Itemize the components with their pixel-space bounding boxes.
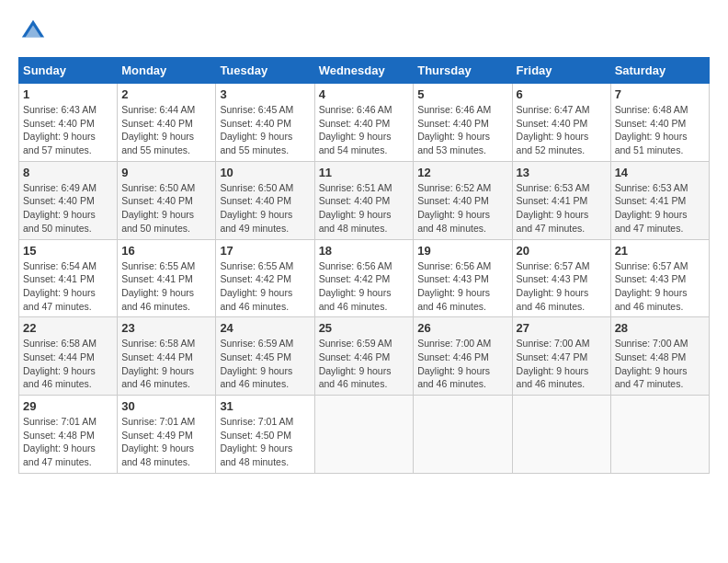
calendar-table: SundayMondayTuesdayWednesdayThursdayFrid… xyxy=(18,57,710,474)
day-number: 9 xyxy=(121,166,211,179)
calendar-header-row: SundayMondayTuesdayWednesdayThursdayFrid… xyxy=(19,58,710,84)
calendar-cell: 26Sunrise: 7:00 AM Sunset: 4:46 PM Dayli… xyxy=(414,317,512,396)
day-number: 13 xyxy=(517,166,607,179)
day-number: 25 xyxy=(319,321,410,335)
calendar-body: 1Sunrise: 6:43 AM Sunset: 4:40 PM Daylig… xyxy=(19,84,710,474)
day-info: Sunrise: 6:59 AM Sunset: 4:46 PM Dayligh… xyxy=(319,337,410,391)
day-number: 19 xyxy=(417,244,507,258)
day-number: 30 xyxy=(121,399,211,413)
day-info: Sunrise: 6:53 AM Sunset: 4:41 PM Dayligh… xyxy=(517,181,607,236)
day-number: 12 xyxy=(417,166,507,179)
calendar-cell: 5Sunrise: 6:46 AM Sunset: 4:40 PM Daylig… xyxy=(414,84,512,162)
day-info: Sunrise: 6:57 AM Sunset: 4:43 PM Dayligh… xyxy=(615,259,705,314)
day-number: 15 xyxy=(23,244,113,258)
calendar-week-3: 15Sunrise: 6:54 AM Sunset: 4:41 PM Dayli… xyxy=(19,239,710,317)
day-info: Sunrise: 7:00 AM Sunset: 4:46 PM Dayligh… xyxy=(417,337,507,391)
day-info: Sunrise: 6:49 AM Sunset: 4:40 PM Dayligh… xyxy=(23,181,113,236)
day-info: Sunrise: 6:58 AM Sunset: 4:44 PM Dayligh… xyxy=(23,337,113,391)
day-info: Sunrise: 7:01 AM Sunset: 4:50 PM Dayligh… xyxy=(220,415,310,469)
calendar-cell: 3Sunrise: 6:45 AM Sunset: 4:40 PM Daylig… xyxy=(216,84,314,162)
day-number: 20 xyxy=(517,244,607,258)
calendar-cell: 25Sunrise: 6:59 AM Sunset: 4:46 PM Dayli… xyxy=(314,317,414,396)
calendar-cell xyxy=(610,396,709,474)
calendar-week-4: 22Sunrise: 6:58 AM Sunset: 4:44 PM Dayli… xyxy=(19,317,710,396)
day-info: Sunrise: 6:43 AM Sunset: 4:40 PM Dayligh… xyxy=(23,103,113,157)
day-number: 5 xyxy=(417,87,507,101)
day-number: 4 xyxy=(319,87,410,101)
day-number: 27 xyxy=(517,321,607,335)
page-header xyxy=(18,18,710,48)
day-header-wednesday: Wednesday xyxy=(314,58,414,84)
day-header-sunday: Sunday xyxy=(19,58,118,84)
day-number: 8 xyxy=(23,166,113,179)
calendar-week-2: 8Sunrise: 6:49 AM Sunset: 4:40 PM Daylig… xyxy=(19,161,710,239)
logo-icon xyxy=(20,18,46,44)
calendar-cell xyxy=(512,396,610,474)
day-number: 21 xyxy=(615,244,705,258)
day-info: Sunrise: 7:00 AM Sunset: 4:48 PM Dayligh… xyxy=(615,337,705,391)
day-number: 1 xyxy=(23,87,113,101)
calendar-cell: 19Sunrise: 6:56 AM Sunset: 4:43 PM Dayli… xyxy=(414,239,512,317)
day-info: Sunrise: 6:46 AM Sunset: 4:40 PM Dayligh… xyxy=(417,103,507,157)
calendar-cell xyxy=(314,396,414,474)
day-number: 14 xyxy=(615,166,705,179)
calendar-week-5: 29Sunrise: 7:01 AM Sunset: 4:48 PM Dayli… xyxy=(19,396,710,474)
day-number: 24 xyxy=(220,321,310,335)
day-header-friday: Friday xyxy=(512,58,610,84)
day-info: Sunrise: 6:55 AM Sunset: 4:42 PM Dayligh… xyxy=(220,259,310,314)
day-info: Sunrise: 6:57 AM Sunset: 4:43 PM Dayligh… xyxy=(517,259,607,314)
calendar-cell xyxy=(414,396,512,474)
calendar-cell: 22Sunrise: 6:58 AM Sunset: 4:44 PM Dayli… xyxy=(19,317,118,396)
day-number: 17 xyxy=(220,244,310,258)
calendar-cell: 4Sunrise: 6:46 AM Sunset: 4:40 PM Daylig… xyxy=(314,84,414,162)
calendar-cell: 2Sunrise: 6:44 AM Sunset: 4:40 PM Daylig… xyxy=(118,84,216,162)
day-info: Sunrise: 6:46 AM Sunset: 4:40 PM Dayligh… xyxy=(319,103,410,157)
day-info: Sunrise: 6:48 AM Sunset: 4:40 PM Dayligh… xyxy=(615,103,705,157)
day-info: Sunrise: 6:56 AM Sunset: 4:43 PM Dayligh… xyxy=(417,259,507,314)
day-info: Sunrise: 6:56 AM Sunset: 4:42 PM Dayligh… xyxy=(319,259,410,314)
day-number: 2 xyxy=(121,87,211,101)
day-info: Sunrise: 6:44 AM Sunset: 4:40 PM Dayligh… xyxy=(121,103,211,157)
day-number: 10 xyxy=(220,166,310,179)
day-info: Sunrise: 6:54 AM Sunset: 4:41 PM Dayligh… xyxy=(23,259,113,314)
calendar-cell: 12Sunrise: 6:52 AM Sunset: 4:40 PM Dayli… xyxy=(414,161,512,239)
calendar-cell: 8Sunrise: 6:49 AM Sunset: 4:40 PM Daylig… xyxy=(19,161,118,239)
calendar-week-1: 1Sunrise: 6:43 AM Sunset: 4:40 PM Daylig… xyxy=(19,84,710,162)
day-number: 28 xyxy=(615,321,705,335)
calendar-cell: 23Sunrise: 6:58 AM Sunset: 4:44 PM Dayli… xyxy=(118,317,216,396)
calendar-cell: 11Sunrise: 6:51 AM Sunset: 4:40 PM Dayli… xyxy=(314,161,414,239)
day-number: 31 xyxy=(220,399,310,413)
day-info: Sunrise: 6:51 AM Sunset: 4:40 PM Dayligh… xyxy=(319,181,410,236)
day-header-tuesday: Tuesday xyxy=(216,58,314,84)
day-info: Sunrise: 6:50 AM Sunset: 4:40 PM Dayligh… xyxy=(121,181,211,236)
day-number: 22 xyxy=(23,321,113,335)
day-number: 6 xyxy=(517,87,607,101)
day-info: Sunrise: 6:50 AM Sunset: 4:40 PM Dayligh… xyxy=(220,181,310,236)
calendar-cell: 21Sunrise: 6:57 AM Sunset: 4:43 PM Dayli… xyxy=(610,239,709,317)
day-number: 23 xyxy=(121,321,211,335)
day-info: Sunrise: 6:52 AM Sunset: 4:40 PM Dayligh… xyxy=(417,181,507,236)
day-number: 18 xyxy=(319,244,410,258)
day-info: Sunrise: 7:01 AM Sunset: 4:48 PM Dayligh… xyxy=(23,415,113,469)
day-info: Sunrise: 7:01 AM Sunset: 4:49 PM Dayligh… xyxy=(121,415,211,469)
day-info: Sunrise: 6:45 AM Sunset: 4:40 PM Dayligh… xyxy=(220,103,310,157)
day-info: Sunrise: 6:58 AM Sunset: 4:44 PM Dayligh… xyxy=(121,337,211,391)
calendar-cell: 9Sunrise: 6:50 AM Sunset: 4:40 PM Daylig… xyxy=(118,161,216,239)
calendar-cell: 16Sunrise: 6:55 AM Sunset: 4:41 PM Dayli… xyxy=(118,239,216,317)
calendar-cell: 10Sunrise: 6:50 AM Sunset: 4:40 PM Dayli… xyxy=(216,161,314,239)
calendar-cell: 13Sunrise: 6:53 AM Sunset: 4:41 PM Dayli… xyxy=(512,161,610,239)
calendar-cell: 6Sunrise: 6:47 AM Sunset: 4:40 PM Daylig… xyxy=(512,84,610,162)
day-header-saturday: Saturday xyxy=(610,58,709,84)
calendar-cell: 18Sunrise: 6:56 AM Sunset: 4:42 PM Dayli… xyxy=(314,239,414,317)
calendar-cell: 15Sunrise: 6:54 AM Sunset: 4:41 PM Dayli… xyxy=(19,239,118,317)
calendar-cell: 31Sunrise: 7:01 AM Sunset: 4:50 PM Dayli… xyxy=(216,396,314,474)
day-info: Sunrise: 6:59 AM Sunset: 4:45 PM Dayligh… xyxy=(220,337,310,391)
calendar-cell: 14Sunrise: 6:53 AM Sunset: 4:41 PM Dayli… xyxy=(610,161,709,239)
day-info: Sunrise: 7:00 AM Sunset: 4:47 PM Dayligh… xyxy=(517,337,607,391)
day-info: Sunrise: 6:55 AM Sunset: 4:41 PM Dayligh… xyxy=(121,259,211,314)
logo xyxy=(18,18,46,48)
calendar-cell: 24Sunrise: 6:59 AM Sunset: 4:45 PM Dayli… xyxy=(216,317,314,396)
calendar-cell: 29Sunrise: 7:01 AM Sunset: 4:48 PM Dayli… xyxy=(19,396,118,474)
calendar-cell: 20Sunrise: 6:57 AM Sunset: 4:43 PM Dayli… xyxy=(512,239,610,317)
day-number: 3 xyxy=(220,87,310,101)
